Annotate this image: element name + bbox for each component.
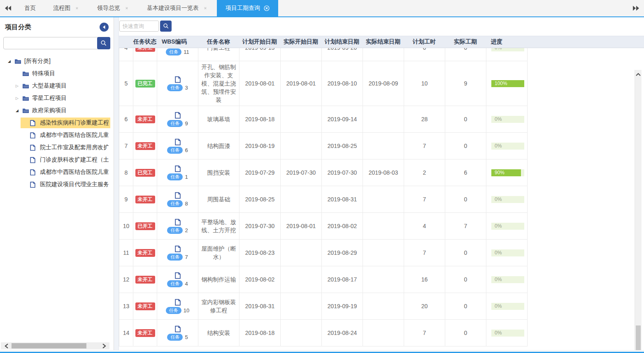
table-row[interactable]: 5 已完工 任务 3 开孔、钢筋制作安装、支模、混凝土浇筑、预埋件安装 2019… <box>119 61 528 106</box>
wbs-cell: 任务 2 <box>158 219 197 234</box>
column-header[interactable]: 任务名称 <box>198 38 239 46</box>
table-row[interactable]: 8 已完工 任务 1 围挡安装 2019-07-29 2019-07-30 20… <box>119 159 528 186</box>
progress-bar: 0% <box>491 48 524 51</box>
tree-item-inner[interactable]: 成都市中西医结合医院儿童康复A区文化 <box>21 167 110 178</box>
vertical-scrollbar[interactable] <box>635 70 642 353</box>
tree-item-inner[interactable]: 院士工作室及配套用房改扩建工程 <box>21 142 110 153</box>
column-header[interactable]: 任务状态 <box>133 38 157 46</box>
table-row[interactable]: 12 未开工 任务 4 钢构制作运输 2019-08-02 2019-08-17… <box>119 266 528 293</box>
column-header[interactable]: 实际工期 <box>445 38 486 46</box>
tree-item[interactable]: 成都市中西医结合医院儿童康复B区修缮 <box>3 129 110 141</box>
actual-duration: 0 <box>445 240 486 266</box>
column-header[interactable]: 实际开始日期 <box>280 38 321 46</box>
tree-item[interactable]: 感染性疾病科门诊重建工程 <box>3 117 110 129</box>
table-row[interactable]: 4 未开工 任务 11 门窗工程 2019-09-13 2019-09-20 6 <box>119 48 528 61</box>
tree-item-inner[interactable]: 成都市中西医结合医院儿童康复B区修缮 <box>21 130 110 141</box>
quick-search-input[interactable] <box>119 21 159 32</box>
table-row[interactable]: 6 未开工 任务 9 玻璃幕墙 2019-08-18 2019-09-14 28 <box>119 106 528 133</box>
sidebar-collapse-button[interactable] <box>100 23 109 32</box>
tab[interactable]: 领导总览 <box>88 0 138 16</box>
tree-expander-icon[interactable] <box>14 83 20 89</box>
tab-close-icon[interactable] <box>202 5 208 11</box>
column-header[interactable]: WBS编码 <box>157 38 198 46</box>
tree-item[interactable]: 特殊项目 <box>3 67 110 80</box>
row-number: 4 <box>119 48 133 61</box>
tab[interactable]: 基本建设项目一览表 <box>138 0 217 16</box>
scroll-up-arrow[interactable] <box>635 70 642 79</box>
table-header: 任务状态WBS编码任务名称计划开始日期实际开始日期计划结束日期实际结束日期计划工… <box>119 36 644 48</box>
table-row[interactable]: 14 未开工 任务 5 结构安装 2019-08-18 2019-08-24 7 <box>119 320 528 346</box>
column-header[interactable]: 进度 <box>486 38 527 46</box>
tab-close-icon[interactable] <box>264 5 270 11</box>
horizontal-scrollbar-track[interactable] <box>12 343 99 348</box>
tree-item[interactable]: 零星工程项目 <box>3 92 110 104</box>
task-file-icon <box>175 272 181 279</box>
actual-start-date <box>281 106 322 133</box>
row-number: 9 <box>119 186 133 213</box>
tree-item-inner[interactable]: 医院建设项目代理业主服务 <box>21 179 110 190</box>
task-type-badge: 任务 <box>167 120 183 127</box>
tree-item[interactable]: 大型基建项目 <box>3 80 110 92</box>
progress-label: 0% <box>495 250 502 256</box>
scroll-tabs-right-button[interactable] <box>628 0 644 16</box>
category-search-input[interactable] <box>3 37 110 49</box>
scroll-left-arrow[interactable] <box>1 342 12 349</box>
table-row[interactable]: 9 未开工 任务 8 周围基础 2019-08-25 2019-08-31 7 <box>119 186 528 213</box>
tab[interactable]: 首页 <box>16 0 44 16</box>
sidebar-header: 项目分类 <box>3 21 110 33</box>
tree-item-inner[interactable]: 特殊项目 <box>13 68 110 79</box>
tree-item[interactable]: 成都市中西医结合医院儿童康复A区文化 <box>3 166 110 178</box>
tree-item-inner[interactable]: 感染性疾病科门诊重建工程 <box>21 118 110 128</box>
column-header[interactable]: 计划结束日期 <box>321 38 363 46</box>
task-type-badge: 任务 <box>166 307 181 314</box>
tree-item-inner[interactable]: 大型基建项目 <box>13 81 110 91</box>
table-row[interactable]: 10 已开工 任务 2 平整场地、放线、土方开挖 2019-07-30 2019… <box>119 213 528 240</box>
task-name: 钢构制作运输 <box>198 266 239 293</box>
tree-item-inner[interactable]: 门诊皮肤科改扩建工程（土建项目） <box>21 155 110 165</box>
file-icon <box>30 145 37 151</box>
plan-hours: 7 <box>404 133 445 159</box>
folder-icon <box>22 71 30 76</box>
tab-close-icon[interactable] <box>124 5 130 11</box>
actual-duration: 0 <box>445 133 486 159</box>
column-header[interactable]: 计划工时 <box>404 38 445 46</box>
progress-label: 0% <box>495 116 502 122</box>
tree-expander-icon[interactable] <box>14 95 20 101</box>
quick-search-button[interactable] <box>160 21 172 32</box>
tree-item[interactable]: 医院建设项目代理业主服务 <box>3 178 110 191</box>
row-number: 6 <box>119 106 133 133</box>
task-type-badge: 任务 <box>167 173 183 180</box>
tree-item-inner[interactable]: [所有分类] <box>5 56 110 67</box>
progress-label: 0% <box>495 277 502 282</box>
tree-item[interactable]: 门诊皮肤科改扩建工程（土建项目） <box>3 154 110 166</box>
column-header[interactable]: 计划开始日期 <box>239 38 280 46</box>
plan-end-date: 2019-08-31 <box>322 186 363 213</box>
tab-label: 流程图 <box>53 5 70 12</box>
tree-item[interactable]: [所有分类] <box>3 55 110 67</box>
actual-start-date <box>281 240 322 266</box>
tree-expander-icon[interactable] <box>7 58 12 64</box>
tab[interactable]: 流程图 <box>44 0 88 16</box>
vertical-scrollbar-thumb[interactable] <box>636 325 641 353</box>
horizontal-scrollbar-thumb[interactable] <box>12 343 86 348</box>
scroll-right-arrow[interactable] <box>99 342 109 349</box>
table-row[interactable]: 13 未开工 任务 10 室内彩钢板装修工程 2019-08-31 2019-0… <box>119 293 528 320</box>
scroll-tabs-left-button[interactable] <box>0 0 16 16</box>
wbs-cell: 任务 9 <box>158 112 197 127</box>
tab-close-icon[interactable] <box>74 5 80 11</box>
tree-item-inner[interactable]: 政府采购项目 <box>13 105 110 116</box>
actual-end-date <box>363 320 404 346</box>
sidebar-horizontal-scrollbar[interactable] <box>1 342 109 349</box>
panel-splitter[interactable] <box>114 17 119 351</box>
table-row[interactable]: 11 未开工 任务 7 屋面维护（断水） 2019-08-23 2019-08-… <box>119 240 528 266</box>
table-row[interactable]: 7 未开工 任务 6 结构面漆 2019-08-19 2019-08-25 7 <box>119 133 528 159</box>
tree-item-inner[interactable]: 零星工程项目 <box>13 93 110 104</box>
tree-expander-icon[interactable] <box>14 108 20 113</box>
tab[interactable]: 项目工期查询 <box>217 0 278 16</box>
status-badge: 未开工 <box>135 249 155 257</box>
category-search-button[interactable] <box>97 37 110 49</box>
column-header[interactable]: 实际结束日期 <box>363 38 404 46</box>
plan-start-date: 2019-08-02 <box>239 266 281 293</box>
tree-item[interactable]: 政府采购项目 <box>3 104 110 117</box>
tree-item[interactable]: 院士工作室及配套用房改扩建工程 <box>3 141 110 154</box>
